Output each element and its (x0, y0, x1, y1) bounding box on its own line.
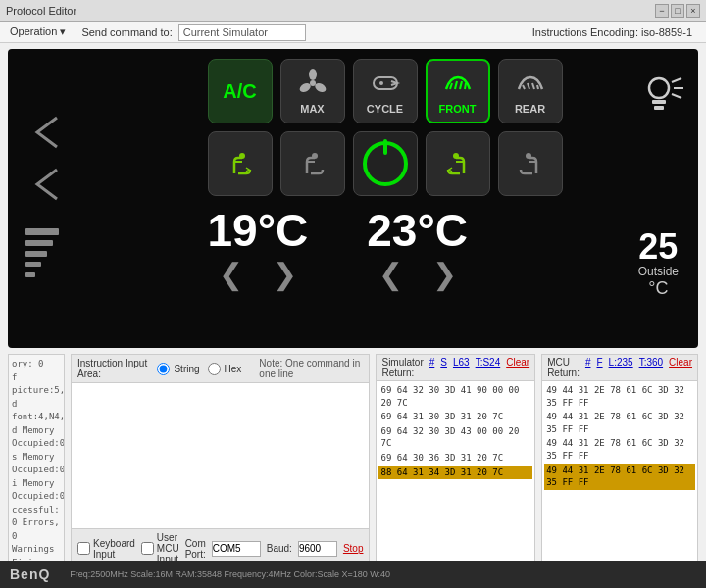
console-lines: ory: 0 f picture:5,432,700 d font:4,N4,5… (12, 358, 61, 569)
right-panels: Simulator Return: # S L63 T:S24 Clear 69… (376, 354, 698, 584)
button-row-2 (208, 131, 563, 196)
mcu-panel: MCU Return: # F L:235 T:360 Clear 49 44 … (541, 354, 698, 584)
outside-label: Outside (638, 265, 679, 278)
svg-point-10 (379, 81, 383, 85)
front-button[interactable]: FRONT (426, 59, 490, 123)
console-line: s Memory Occupied:0+754+704 (12, 451, 61, 477)
temp-left-value: 19°C (208, 208, 309, 253)
bottom-area: ory: 0 f picture:5,432,700 d font:4,N4,5… (8, 354, 698, 584)
send-command-input[interactable] (178, 24, 306, 41)
temp-left-section: 19°C ❮ ❯ (208, 208, 309, 291)
send-command-label: Send command to: (81, 26, 172, 38)
mcu-link-t360[interactable]: T:360 (639, 357, 663, 378)
temp-right-up-arrow[interactable]: ❯ (432, 257, 457, 291)
minimize-button[interactable]: − (655, 4, 669, 18)
keyboard-input-checkbox[interactable] (77, 542, 90, 555)
svg-rect-27 (652, 100, 666, 104)
main-window: Protocol Editor − □ × Operation ▾ Send c… (0, 0, 706, 588)
cycle-button[interactable]: CYCLE (353, 59, 418, 123)
com-port-input[interactable] (212, 541, 261, 557)
instruction-header: Instruction Input Area: String Hex Note:… (72, 355, 369, 383)
svg-line-14 (465, 83, 466, 89)
mcu-link-hash[interactable]: # (585, 357, 591, 378)
sim-link-clear[interactable]: Clear (506, 357, 530, 378)
close-button[interactable]: × (686, 4, 700, 18)
seat-left-low-button[interactable] (280, 131, 345, 196)
power-button[interactable] (353, 131, 418, 196)
mcu-link-clear[interactable]: Clear (669, 357, 692, 378)
temp-left-up-arrow[interactable]: ❯ (273, 257, 297, 291)
menu-bar: Operation ▾ Send command to: Instruction… (0, 22, 706, 43)
console-line: f picture:5,432,700 (12, 371, 61, 398)
max-button[interactable]: MAX (280, 59, 345, 123)
mcu-row: 49 44 31 2E 78 61 6C 3D 32 35 FF FF (544, 410, 695, 436)
baud-label: Baud: (267, 543, 292, 554)
string-radio-group: String (157, 363, 199, 375)
svg-line-11 (450, 83, 452, 89)
string-radio[interactable] (157, 363, 170, 375)
button-row-1: A/C MAX (208, 59, 563, 123)
mcu-link-f[interactable]: F (596, 357, 602, 378)
seat-heat-high-icon (225, 148, 256, 179)
outside-temp: 25 Outside °C (638, 229, 679, 299)
title-buttons: − □ × (655, 4, 700, 18)
sim-link-s[interactable]: S (440, 357, 447, 378)
sim-row: 69 64 32 30 3D 41 90 00 00 20 7C (378, 383, 532, 410)
sim-link-hash[interactable]: # (429, 357, 435, 378)
svg-line-18 (537, 85, 538, 89)
rear-button[interactable]: REAR (498, 59, 563, 123)
svg-line-17 (532, 83, 534, 89)
simulator-panel: Simulator Return: # S L63 T:S24 Clear 69… (376, 354, 535, 584)
mcu-header: MCU Return: # F L:235 T:360 Clear (542, 355, 697, 381)
mcu-label: MCU Return: (547, 357, 580, 378)
hex-radio[interactable] (208, 363, 221, 375)
svg-rect-3 (25, 262, 41, 267)
hex-radio-group: Hex (208, 363, 242, 375)
hex-radio-label: Hex (225, 364, 242, 374)
outside-temp-value: 25 (638, 229, 679, 265)
sim-link-l63[interactable]: L63 (453, 357, 470, 378)
seat-heat-right-low-icon (515, 148, 546, 179)
simulator-label: Simulator Return: (381, 357, 423, 378)
baud-input[interactable] (298, 541, 337, 557)
maximize-button[interactable]: □ (671, 4, 684, 18)
headlight-icon (634, 69, 683, 134)
svg-point-20 (312, 153, 318, 159)
svg-point-21 (453, 153, 459, 159)
console-line: ory: 0 (12, 358, 61, 371)
svg-line-16 (528, 83, 530, 89)
ac-button[interactable]: A/C (208, 59, 273, 123)
temp-right-arrows: ❮ ❯ (378, 257, 457, 291)
mcu-row: 49 44 31 2E 78 61 6C 3D 32 35 FF FF (544, 436, 695, 463)
temp-display: 19°C ❮ ❯ 23°C ❮ ❯ (208, 208, 563, 291)
svg-line-26 (672, 94, 681, 98)
seat-left-high-button[interactable] (208, 131, 273, 196)
sim-row: 69 64 32 30 3D 43 00 00 20 7C (378, 424, 532, 451)
svg-line-15 (523, 85, 525, 89)
rear-label: REAR (515, 103, 545, 115)
seat-heat-right-high-icon (442, 148, 474, 179)
svg-line-12 (455, 81, 457, 89)
taskbar: BenQ Freq:2500MHz Scale:16M RAM:35848 Fr… (0, 561, 706, 588)
svg-line-13 (460, 81, 462, 89)
operation-menu[interactable]: Operation ▾ (4, 24, 72, 40)
instruction-textarea[interactable] (72, 383, 369, 528)
seat-right-high-button[interactable] (426, 131, 490, 196)
fan-icon (297, 68, 328, 99)
stop-button[interactable]: Stop (343, 543, 364, 554)
level-lines-icon (24, 226, 61, 285)
console-panel: ory: 0 f picture:5,432,700 d font:4,N4,5… (8, 354, 65, 584)
hmi-display: A/C MAX (8, 49, 698, 348)
instruction-label: Instruction Input Area: (77, 358, 149, 379)
cycle-icon (370, 68, 401, 99)
temp-right-section: 23°C ❮ ❯ (367, 208, 468, 291)
sim-link-ts24[interactable]: T:S24 (476, 357, 501, 378)
seat-right-low-button[interactable] (498, 131, 563, 196)
seat-heat-low-icon (297, 148, 328, 179)
temp-right-value: 23°C (367, 208, 468, 253)
mcu-link-l235[interactable]: L:235 (609, 357, 633, 378)
user-mcu-checkbox[interactable] (141, 542, 154, 555)
temp-right-down-arrow[interactable]: ❮ (378, 257, 403, 291)
temp-left-down-arrow[interactable]: ❮ (219, 257, 243, 291)
keyboard-input-label: Keyboard Input (77, 538, 135, 560)
